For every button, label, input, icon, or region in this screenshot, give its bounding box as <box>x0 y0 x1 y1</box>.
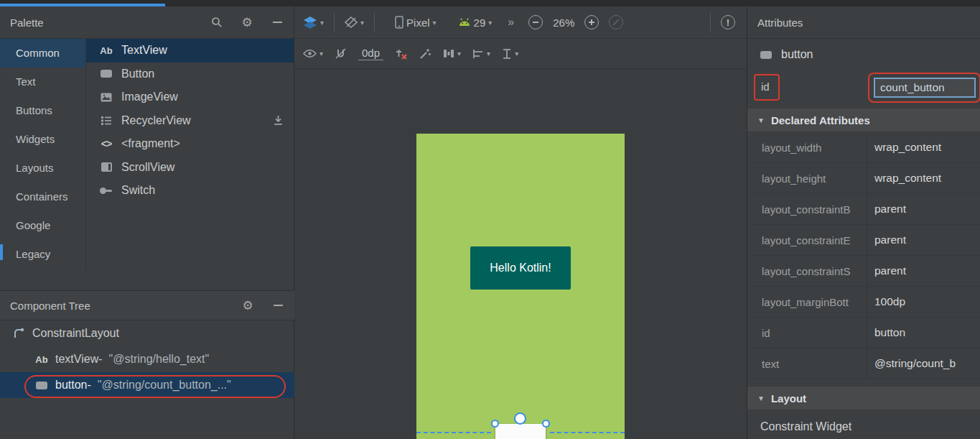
minimize-icon[interactable] <box>271 299 284 312</box>
attribute-row: layout_constraintE parent <box>747 225 980 256</box>
palette-body: Common Text Buttons Widgets Layouts Cont… <box>0 39 294 270</box>
textview-icon: Ab <box>99 44 113 57</box>
chevron-down-icon: ▾ <box>320 19 324 27</box>
design-toolbar: ▾ ▾ Pixel ▾ 29 ▾ » 26% ! <box>294 6 747 39</box>
attribute-value[interactable]: parent <box>867 194 980 224</box>
gear-icon[interactable]: ⚙ <box>241 299 254 312</box>
constraint-handle-top-right[interactable] <box>542 420 550 428</box>
palette-category-text[interactable]: Text <box>0 68 85 96</box>
recyclerview-icon <box>99 114 113 127</box>
palette-category-common[interactable]: Common <box>0 39 85 68</box>
attribute-name: layout_marginBott <box>747 287 867 317</box>
tree-item-value: "@string/count_button_..." <box>98 379 231 392</box>
constraint-handle-top-center[interactable] <box>514 412 526 425</box>
palette-category-layouts[interactable]: Layouts <box>0 154 85 182</box>
issues-panel-button[interactable]: ! <box>721 15 735 29</box>
palette-category-containers[interactable]: Containers <box>0 182 85 211</box>
palette-item-label: ScrollView <box>121 161 174 174</box>
palette-item-label: Switch <box>121 184 155 197</box>
view-options-button[interactable]: ▾ <box>303 49 323 58</box>
chevron-down-icon: ▾ <box>487 50 490 57</box>
textview-icon: Ab <box>34 353 49 366</box>
constraint-toolbar: ▾ 0dp ▾ ▾ ▾ <box>294 39 747 69</box>
device-label: Pixel <box>406 17 430 29</box>
button-icon <box>34 379 49 392</box>
pack-button[interactable]: ▾ <box>443 48 461 59</box>
attribute-value[interactable]: @string/count_b <box>867 348 980 379</box>
attribute-value[interactable]: 100dp <box>867 287 980 317</box>
declared-attributes-section-header[interactable]: ▼ Declared Attributes <box>747 108 980 132</box>
attribute-name: id <box>747 318 867 348</box>
palette-category-google[interactable]: Google <box>0 211 85 240</box>
attribute-row: id button <box>747 318 980 348</box>
device-selector[interactable]: Pixel ▾ <box>395 16 437 29</box>
api-level-label: 29 <box>474 17 486 29</box>
palette-item-textview[interactable]: Ab TextView <box>86 39 294 63</box>
zoom-to-fit-button[interactable] <box>609 15 623 29</box>
toolbar-divider <box>374 13 375 32</box>
scrollview-icon <box>99 161 113 174</box>
tree-item-button[interactable]: button- "@string/count_button_..." <box>0 372 294 398</box>
minimize-icon[interactable] <box>271 16 284 29</box>
palette-item-recyclerview[interactable]: RecyclerView <box>86 109 294 133</box>
attribute-value[interactable]: parent <box>867 256 980 286</box>
attribute-value[interactable]: wrap_content <box>867 132 980 162</box>
design-canvas[interactable]: Hello Kotlin! <box>294 69 747 439</box>
orientation-selector[interactable]: ▾ <box>345 17 364 28</box>
palette-category-widgets[interactable]: Widgets <box>0 125 85 154</box>
infer-constraints-button[interactable] <box>419 47 431 60</box>
id-value-input[interactable] <box>874 78 976 98</box>
chevron-down-icon: ▾ <box>488 19 492 27</box>
constraint-line-left <box>416 432 491 433</box>
clear-constraints-button[interactable] <box>395 48 408 60</box>
search-icon[interactable] <box>210 16 223 29</box>
attribute-name: layout_width <box>747 132 867 162</box>
attribute-name: layout_height <box>747 163 867 193</box>
palette-item-fragment[interactable]: <> <fragment> <box>86 132 294 156</box>
palette-category-legacy[interactable]: Legacy <box>0 240 85 269</box>
attribute-name: layout_constraintB <box>747 194 867 224</box>
palette-item-switch[interactable]: Switch <box>86 179 294 203</box>
palette-item-imageview[interactable]: ImageView <box>86 86 294 109</box>
api-level-selector[interactable]: 29 ▾ <box>458 17 493 29</box>
attribute-row: layout_constraintS parent <box>747 256 980 287</box>
palette-category-buttons[interactable]: Buttons <box>0 96 85 125</box>
palette-item-button[interactable]: Button <box>86 63 294 86</box>
toolbar-divider <box>710 13 711 32</box>
gear-icon[interactable]: ⚙ <box>241 16 253 29</box>
zoom-in-button[interactable] <box>584 15 599 29</box>
constraintlayout-icon <box>11 327 26 340</box>
attribute-value[interactable]: wrap_content <box>867 163 980 193</box>
toolwindow-stripe-indicator <box>0 244 3 260</box>
tree-item-constraintlayout[interactable]: ConstraintLayout <box>0 320 294 346</box>
design-surface-selector[interactable]: ▾ <box>303 17 324 29</box>
default-margin-selector[interactable]: 0dp <box>358 47 383 60</box>
selected-button-widget[interactable] <box>495 424 546 439</box>
zoom-out-button[interactable] <box>528 15 543 29</box>
attribute-name: text <box>747 348 867 379</box>
download-icon[interactable] <box>273 115 284 126</box>
guidelines-button[interactable]: ▾ <box>502 48 518 60</box>
hello-kotlin-button-preview[interactable]: Hello Kotlin! <box>470 246 571 290</box>
design-editor: ▾ ▾ Pixel ▾ 29 ▾ » 26% ! <box>294 6 747 439</box>
attribute-name: layout_constraintS <box>747 256 867 286</box>
palette-item-label: RecyclerView <box>121 114 191 127</box>
palette-item-label: Button <box>121 68 154 80</box>
editor-tab-strip <box>0 0 980 6</box>
palette-item-label: ImageView <box>121 91 178 103</box>
constraint-handle-top-left[interactable] <box>491 420 499 428</box>
tree-item-textview[interactable]: Ab textView- "@string/hello_text" <box>0 346 294 372</box>
attribute-value[interactable]: parent <box>867 225 980 255</box>
constraint-line-right <box>550 432 625 433</box>
layout-section-header[interactable]: ▼ Layout <box>747 386 980 410</box>
align-button[interactable]: ▾ <box>472 49 490 59</box>
collapse-arrow-icon: ▼ <box>757 394 765 402</box>
autoconnect-off-icon[interactable] <box>335 47 347 60</box>
declared-attributes-table: layout_width wrap_content layout_height … <box>747 132 980 379</box>
toolbar-overflow-icon[interactable]: » <box>508 16 514 29</box>
selected-component-row: button <box>747 39 980 70</box>
id-attribute-row: id <box>747 70 980 105</box>
attribute-value[interactable]: button <box>867 318 980 348</box>
palette-item-scrollview[interactable]: ScrollView <box>86 156 294 180</box>
device-screen-preview[interactable]: Hello Kotlin! <box>416 134 625 439</box>
